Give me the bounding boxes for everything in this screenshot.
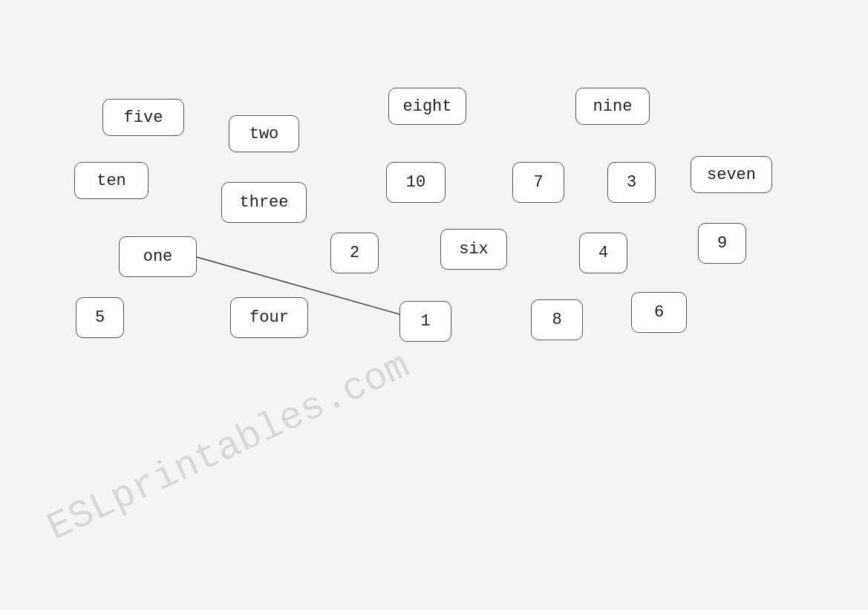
watermark: ESLprintables.com [41,344,417,551]
card-n2[interactable]: 2 [330,233,379,273]
card-six[interactable]: six [440,229,507,270]
card-n8[interactable]: 8 [531,299,583,340]
card-seven[interactable]: seven [691,156,772,193]
card-two[interactable]: two [229,115,299,152]
card-n7[interactable]: 7 [512,162,564,203]
card-nine[interactable]: nine [575,88,650,125]
card-five[interactable]: five [102,99,184,136]
card-n6[interactable]: 6 [631,292,687,333]
card-four[interactable]: four [230,297,308,338]
card-n4[interactable]: 4 [579,233,627,273]
card-one[interactable]: one [119,236,197,277]
card-n5[interactable]: 5 [76,297,124,338]
card-eight[interactable]: eight [388,88,466,125]
card-n1[interactable]: 1 [399,301,451,342]
card-n10[interactable]: 10 [386,162,446,203]
card-ten[interactable]: ten [74,162,149,199]
card-n9[interactable]: 9 [698,223,746,264]
card-three[interactable]: three [221,182,307,223]
card-n3[interactable]: 3 [607,162,656,203]
